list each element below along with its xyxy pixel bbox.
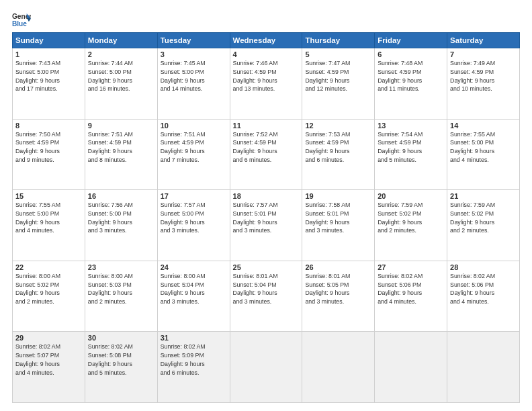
calendar: Sunday Monday Tuesday Wednesday Thursday… [12,32,520,403]
day-info: Sunrise: 8:00 AMSunset: 5:04 PMDaylight:… [161,272,227,306]
day-number: 11 [233,122,300,130]
day-number: 10 [161,122,227,130]
day-info: Sunrise: 8:02 AMSunset: 5:09 PMDaylight:… [161,342,227,377]
day-info: Sunrise: 8:01 AMSunset: 5:04 PMDaylight:… [233,272,300,306]
table-row: 15Sunrise: 7:55 AMSunset: 5:00 PMDayligh… [13,190,85,261]
day-info: Sunrise: 7:57 AMSunset: 5:01 PMDaylight:… [233,201,300,235]
day-info: Sunrise: 7:59 AMSunset: 5:02 PMDaylight:… [378,201,444,235]
day-number: 21 [450,192,517,200]
table-row: 5Sunrise: 7:47 AMSunset: 4:59 PMDaylight… [302,48,375,120]
day-info: Sunrise: 7:59 AMSunset: 5:02 PMDaylight:… [450,201,517,235]
day-number: 3 [161,50,227,58]
table-row: 3Sunrise: 7:45 AMSunset: 5:00 PMDaylight… [157,48,230,120]
table-row: 20Sunrise: 7:59 AMSunset: 5:02 PMDayligh… [375,190,447,261]
day-number: 9 [88,122,154,130]
day-number: 7 [450,50,517,58]
day-number: 29 [15,334,82,342]
col-thursday: Thursday [302,33,375,48]
day-number: 23 [88,263,154,271]
logo-icon: General Blue [12,12,31,28]
day-number: 13 [378,122,444,130]
day-info: Sunrise: 7:52 AMSunset: 4:59 PMDaylight:… [233,130,300,165]
day-number: 2 [88,50,154,58]
day-info: Sunrise: 7:57 AMSunset: 5:00 PMDaylight:… [161,201,227,235]
table-row: 17Sunrise: 7:57 AMSunset: 5:00 PMDayligh… [157,190,230,261]
day-number: 6 [378,50,444,58]
logo: General Blue [12,12,32,28]
day-info: Sunrise: 7:43 AMSunset: 5:00 PMDaylight:… [15,59,82,93]
table-row: 4Sunrise: 7:46 AMSunset: 4:59 PMDaylight… [230,48,302,120]
day-number: 25 [233,263,300,271]
day-number: 5 [305,50,371,58]
day-number: 1 [15,50,82,58]
table-row: 25Sunrise: 8:01 AMSunset: 5:04 PMDayligh… [230,261,302,332]
day-info: Sunrise: 7:47 AMSunset: 4:59 PMDaylight:… [305,59,371,93]
day-info: Sunrise: 8:02 AMSunset: 5:07 PMDaylight:… [15,342,82,377]
day-info: Sunrise: 7:50 AMSunset: 4:59 PMDaylight:… [15,130,82,165]
day-number: 24 [161,263,227,271]
day-info: Sunrise: 8:02 AMSunset: 5:06 PMDaylight:… [450,272,517,306]
table-row: 2Sunrise: 7:44 AMSunset: 5:00 PMDaylight… [85,48,157,120]
day-info: Sunrise: 7:51 AMSunset: 4:59 PMDaylight:… [88,130,154,165]
table-row: 7Sunrise: 7:49 AMSunset: 4:59 PMDaylight… [447,48,520,120]
day-info: Sunrise: 7:44 AMSunset: 5:00 PMDaylight:… [88,59,154,93]
table-row: 31Sunrise: 8:02 AMSunset: 5:09 PMDayligh… [157,332,230,403]
table-row: 6Sunrise: 7:48 AMSunset: 4:59 PMDaylight… [375,48,447,120]
day-number: 26 [305,263,371,271]
day-number: 28 [450,263,517,271]
day-number: 31 [161,334,227,342]
page-header: General Blue [12,12,520,28]
day-number: 30 [88,334,154,342]
table-row: 1Sunrise: 7:43 AMSunset: 5:00 PMDaylight… [13,48,85,120]
table-row: 24Sunrise: 8:00 AMSunset: 5:04 PMDayligh… [157,261,230,332]
table-row: 30Sunrise: 8:02 AMSunset: 5:08 PMDayligh… [85,332,157,403]
table-row: 9Sunrise: 7:51 AMSunset: 4:59 PMDaylight… [85,119,157,190]
col-monday: Monday [85,33,157,48]
table-row: 21Sunrise: 7:59 AMSunset: 5:02 PMDayligh… [447,190,520,261]
table-row [447,332,520,403]
svg-text:Blue: Blue [12,20,27,28]
day-info: Sunrise: 7:56 AMSunset: 5:00 PMDaylight:… [88,201,154,235]
day-info: Sunrise: 7:58 AMSunset: 5:01 PMDaylight:… [305,201,371,235]
day-info: Sunrise: 7:45 AMSunset: 5:00 PMDaylight:… [161,59,227,93]
day-info: Sunrise: 8:01 AMSunset: 5:05 PMDaylight:… [305,272,371,306]
day-info: Sunrise: 7:54 AMSunset: 4:59 PMDaylight:… [378,130,444,165]
day-number: 20 [378,192,444,200]
table-row [302,332,375,403]
table-row: 8Sunrise: 7:50 AMSunset: 4:59 PMDaylight… [13,119,85,190]
table-row: 18Sunrise: 7:57 AMSunset: 5:01 PMDayligh… [230,190,302,261]
table-row: 16Sunrise: 7:56 AMSunset: 5:00 PMDayligh… [85,190,157,261]
day-number: 22 [15,263,82,271]
col-tuesday: Tuesday [157,33,230,48]
col-sunday: Sunday [13,33,85,48]
table-row: 27Sunrise: 8:02 AMSunset: 5:06 PMDayligh… [375,261,447,332]
day-number: 18 [233,192,300,200]
day-number: 4 [233,50,300,58]
table-row: 26Sunrise: 8:01 AMSunset: 5:05 PMDayligh… [302,261,375,332]
table-row: 12Sunrise: 7:53 AMSunset: 4:59 PMDayligh… [302,119,375,190]
day-info: Sunrise: 7:55 AMSunset: 5:00 PMDaylight:… [15,201,82,235]
day-info: Sunrise: 7:46 AMSunset: 4:59 PMDaylight:… [233,59,300,93]
day-info: Sunrise: 7:53 AMSunset: 4:59 PMDaylight:… [305,130,371,165]
day-number: 14 [450,122,517,130]
day-number: 19 [305,192,371,200]
day-number: 8 [15,122,82,130]
day-info: Sunrise: 7:55 AMSunset: 5:00 PMDaylight:… [450,130,517,165]
table-row: 22Sunrise: 8:00 AMSunset: 5:02 PMDayligh… [13,261,85,332]
day-number: 15 [15,192,82,200]
table-row: 13Sunrise: 7:54 AMSunset: 4:59 PMDayligh… [375,119,447,190]
day-number: 17 [161,192,227,200]
table-row: 28Sunrise: 8:02 AMSunset: 5:06 PMDayligh… [447,261,520,332]
table-row: 29Sunrise: 8:02 AMSunset: 5:07 PMDayligh… [13,332,85,403]
day-info: Sunrise: 8:00 AMSunset: 5:03 PMDaylight:… [88,272,154,306]
table-row [375,332,447,403]
day-info: Sunrise: 8:02 AMSunset: 5:08 PMDaylight:… [88,342,154,377]
col-friday: Friday [375,33,447,48]
day-number: 12 [305,122,371,130]
table-row: 11Sunrise: 7:52 AMSunset: 4:59 PMDayligh… [230,119,302,190]
day-info: Sunrise: 8:00 AMSunset: 5:02 PMDaylight:… [15,272,82,306]
table-row: 10Sunrise: 7:51 AMSunset: 4:59 PMDayligh… [157,119,230,190]
table-row: 23Sunrise: 8:00 AMSunset: 5:03 PMDayligh… [85,261,157,332]
col-saturday: Saturday [447,33,520,48]
day-info: Sunrise: 7:51 AMSunset: 4:59 PMDaylight:… [161,130,227,165]
